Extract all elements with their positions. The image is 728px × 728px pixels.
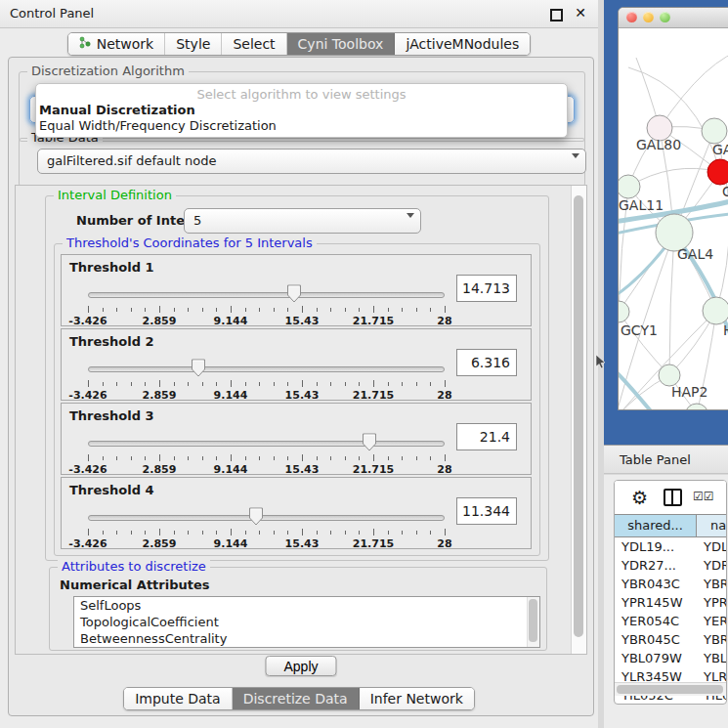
checkbox-icons[interactable]: ☑☑ [693, 490, 714, 503]
table-panel-title: Table Panel [620, 452, 691, 467]
network-window-titlebar [619, 8, 728, 28]
mouse-cursor [595, 355, 607, 375]
tick-label: 21.715 [353, 389, 394, 402]
threshold-value-field[interactable]: 14.713 [456, 275, 517, 302]
threshold-value-field[interactable]: 6.316 [456, 349, 517, 376]
tab-network[interactable]: Network [68, 33, 165, 55]
threshold-panel-4: Threshold 4-3.4262.8599.14415.4321.71528… [61, 477, 532, 549]
network-node[interactable] [685, 404, 708, 410]
threshold-slider-track[interactable] [88, 366, 445, 372]
network-node-h[interactable] [703, 297, 728, 324]
table-row[interactable]: YPR145WYPR1 [615, 593, 726, 612]
network-node-gal11[interactable] [619, 175, 640, 198]
threshold-value-field[interactable]: 21.4 [456, 423, 517, 450]
algorithm-option[interactable]: Equal Width/Frequency Discretization [36, 118, 567, 134]
table-rows: YDL19...YDL1YDR27...YDR2YBR043CYBR0YPR14… [615, 537, 726, 705]
screen: Control Panel ✕ NetworkStyleSelectCyni T… [0, 0, 728, 728]
float-window-icon[interactable] [550, 9, 563, 21]
cell-name: YDR2 [697, 556, 726, 575]
tab-discretize-data[interactable]: Discretize Data [233, 688, 360, 709]
gear-icon[interactable]: ⚙ [631, 485, 648, 510]
network-node-ga[interactable] [702, 118, 727, 144]
threshold-value-field[interactable]: 11.344 [456, 497, 517, 525]
threshold-slider-track[interactable] [88, 441, 445, 447]
attribute-item[interactable]: TopologicalCoefficient [74, 614, 539, 630]
tick-label: 21.715 [353, 537, 394, 550]
network-icon [79, 36, 92, 52]
network-edge[interactable] [714, 131, 728, 311]
table-row[interactable]: YBR043CYBR0 [615, 575, 726, 593]
tab-style[interactable]: Style [165, 33, 222, 55]
table-row[interactable]: YDR27...YDR2 [615, 556, 726, 575]
network-window: GAL80GACGAL11GAL4GCY1HHAP2 [618, 7, 728, 410]
threshold-label: Threshold 3 [69, 408, 154, 423]
table-container: ⚙ ☑☑ shared... na YDL19...YDL1YDR27...YD… [614, 480, 727, 705]
network-edge[interactable] [628, 168, 720, 187]
table-row[interactable]: YBL079WYBL0 [615, 649, 726, 667]
column-header-shared-name[interactable]: shared... [615, 515, 697, 536]
vertical-scrollbar[interactable] [571, 186, 586, 654]
table-row[interactable]: YBR045CYBR0 [615, 630, 726, 649]
network-view-frame: GAL80GACGAL11GAL4GCY1HHAP2 [604, 0, 728, 445]
threshold-label: Threshold 4 [69, 483, 154, 497]
tab-impute-data[interactable]: Impute Data [124, 688, 233, 709]
apply-button[interactable]: Apply [265, 656, 336, 676]
tick-label: 21.715 [353, 315, 394, 327]
attributes-group: Attributes to discretize Numerical Attri… [49, 567, 547, 651]
table-row[interactable]: YER054CYER0 [615, 612, 726, 630]
tab-label: Cyni Toolbox [298, 36, 384, 52]
group-title: Attributes to discretize [58, 559, 210, 574]
tab-jactivemnodules[interactable]: jActiveMNodules [395, 33, 530, 55]
threshold-slider-track[interactable] [88, 292, 445, 298]
tab-select[interactable]: Select [222, 33, 286, 55]
list-scrollbar[interactable] [527, 597, 539, 647]
tick-label: 15.43 [285, 463, 320, 476]
popup-hint: Select algorithm to view settings [36, 87, 567, 103]
network-canvas[interactable]: GAL80GACGAL11GAL4GCY1HHAP2 [619, 28, 728, 410]
tick-label: 2.859 [143, 389, 177, 402]
minimize-traffic-light-icon[interactable] [643, 12, 654, 22]
group-title: Interval Definition [54, 188, 176, 202]
cell-shared-name: YDR27... [615, 556, 697, 575]
cell-name: YBL0 [697, 649, 726, 667]
tick-label: 15.43 [285, 389, 320, 402]
close-icon[interactable]: ✕ [575, 5, 586, 21]
threshold-slider-thumb[interactable] [191, 359, 206, 377]
interval-definition-group: Interval Definition Number of Intervals … [45, 195, 549, 561]
tab-cyni-toolbox[interactable]: Cyni Toolbox [287, 33, 396, 55]
table-row[interactable]: YDL19...YDL1 [615, 537, 726, 556]
table-data-combobox[interactable]: galFiltered.sif default node [37, 149, 586, 174]
zoom-traffic-light-icon[interactable] [660, 12, 670, 22]
tick-label: 9.144 [214, 463, 248, 476]
threshold-slider-thumb[interactable] [362, 433, 377, 451]
close-traffic-light-icon[interactable] [626, 12, 637, 22]
number-of-intervals-combobox[interactable]: 5 [184, 208, 421, 234]
algorithm-option[interactable]: Manual Discretization [36, 103, 567, 118]
threshold-slider-thumb[interactable] [286, 284, 302, 303]
network-node-gcy1[interactable] [619, 301, 629, 322]
attribute-item[interactable]: SelfLoops [74, 597, 539, 614]
horizontal-scrollbar[interactable] [615, 682, 726, 696]
threshold-slider-track[interactable] [88, 515, 445, 521]
tab-label: Impute Data [135, 691, 221, 707]
window-title: Control Panel [10, 6, 94, 21]
attribute-item[interactable]: BetweennessCentrality [74, 630, 539, 647]
control-panel-window: Control Panel ✕ NetworkStyleSelectCyni T… [0, 0, 598, 728]
tab-label: Network [97, 36, 153, 52]
column-header-name[interactable]: na [697, 515, 726, 536]
combo-stepper-icon [399, 214, 414, 234]
columns-icon[interactable] [664, 489, 682, 506]
tick-label: 28 [437, 389, 451, 402]
intervals-value: 5 [193, 213, 201, 228]
cell-shared-name: YBL079W [615, 649, 697, 667]
numerical-attributes-list[interactable]: SelfLoopsTopologicalCoefficientBetweenne… [73, 596, 540, 648]
top-tab-row: NetworkStyleSelectCyni ToolboxjActiveMNo… [0, 32, 598, 56]
group-title: Threshold's Coordinates for 5 Intervals [63, 236, 317, 250]
network-node-hap2[interactable] [659, 364, 680, 386]
tab-label: Discretize Data [243, 691, 348, 707]
threshold-slider-thumb[interactable] [248, 507, 264, 526]
tab-infer-network[interactable]: Infer Network [360, 688, 474, 709]
tick-label: -3.426 [68, 315, 107, 327]
network-node-c[interactable] [707, 159, 728, 185]
tick-label: 2.859 [143, 463, 177, 476]
